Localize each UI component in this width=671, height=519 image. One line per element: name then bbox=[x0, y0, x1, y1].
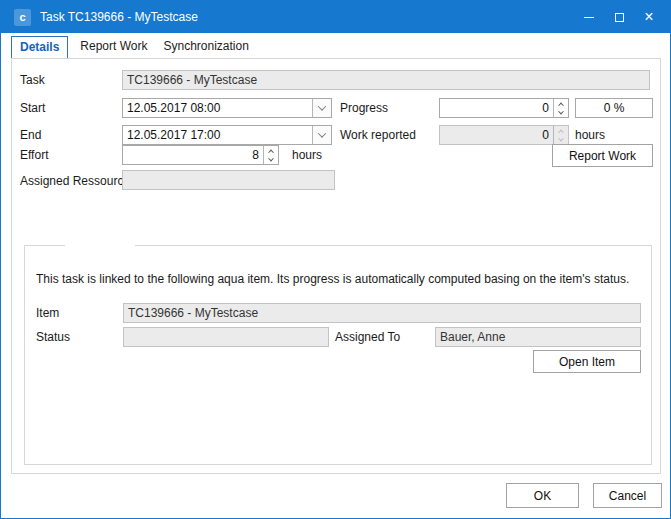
start-datetime-input[interactable] bbox=[123, 99, 312, 117]
effort-spin-down[interactable] bbox=[264, 155, 278, 164]
effort-label: Effort bbox=[20, 145, 48, 165]
tab-bar: Details Report Work Synchronization bbox=[11, 36, 257, 59]
window-controls: × bbox=[574, 1, 664, 33]
chevron-down-icon bbox=[318, 102, 326, 110]
start-datetime-combo bbox=[122, 98, 332, 118]
progress-input[interactable] bbox=[440, 99, 553, 117]
effort-unit-label: hours bbox=[292, 145, 322, 165]
progress-percent-readout: 0 % bbox=[575, 98, 653, 118]
end-datetime-input[interactable] bbox=[123, 126, 312, 144]
effort-input[interactable] bbox=[123, 146, 263, 164]
tab-details[interactable]: Details bbox=[11, 36, 68, 59]
task-dialog-window: c Task TC139666 - MyTestcase × Details R… bbox=[0, 0, 671, 519]
minimize-icon bbox=[584, 17, 594, 18]
end-label: End bbox=[20, 125, 41, 145]
assigned-to-field bbox=[435, 327, 641, 347]
effort-spin-buttons bbox=[263, 146, 278, 164]
linked-item-groupbox: This task is linked to the following aqu… bbox=[24, 245, 652, 465]
status-field bbox=[123, 327, 329, 347]
tab-synchronization[interactable]: Synchronization bbox=[156, 36, 257, 59]
status-label: Status bbox=[36, 327, 70, 347]
start-label: Start bbox=[20, 98, 45, 118]
progress-label: Progress bbox=[340, 98, 388, 118]
close-icon: × bbox=[644, 9, 653, 25]
work-reported-unit-label: hours bbox=[575, 125, 605, 145]
tab-report-work[interactable]: Report Work bbox=[72, 36, 155, 59]
task-field bbox=[122, 70, 650, 90]
progress-spin-down[interactable] bbox=[554, 108, 568, 117]
maximize-button[interactable] bbox=[604, 1, 634, 33]
groupbox-caption-gap bbox=[65, 245, 135, 246]
chevron-down-icon bbox=[558, 135, 564, 141]
work-reported-spin-up bbox=[554, 126, 568, 135]
chevron-down-icon bbox=[268, 155, 274, 161]
work-reported-input bbox=[440, 126, 553, 144]
end-dropdown-button[interactable] bbox=[312, 126, 331, 144]
progress-spin-buttons bbox=[553, 99, 568, 117]
open-item-button[interactable]: Open Item bbox=[533, 350, 641, 373]
work-reported-spin-buttons bbox=[553, 126, 568, 144]
assigned-ressource-field bbox=[122, 170, 335, 190]
task-label: Task bbox=[20, 70, 45, 90]
item-field bbox=[123, 303, 641, 323]
chevron-down-icon bbox=[318, 129, 326, 137]
chevron-up-icon bbox=[558, 102, 564, 108]
item-label: Item bbox=[36, 303, 59, 323]
work-reported-label: Work reported bbox=[340, 125, 416, 145]
progress-spin-up[interactable] bbox=[554, 99, 568, 108]
maximize-icon bbox=[615, 13, 624, 22]
ok-button[interactable]: OK bbox=[506, 483, 579, 508]
chevron-up-icon bbox=[268, 149, 274, 155]
details-tab-page: Task Start Progress 0 % End Work reporte… bbox=[11, 58, 661, 474]
close-button[interactable]: × bbox=[634, 1, 664, 33]
linked-item-description: This task is linked to the following aqu… bbox=[36, 272, 641, 286]
app-icon: c bbox=[14, 9, 31, 26]
chevron-up-icon bbox=[558, 129, 564, 135]
minimize-button[interactable] bbox=[574, 1, 604, 33]
work-reported-spin-down bbox=[554, 135, 568, 144]
assigned-ressource-label: Assigned Ressource bbox=[20, 171, 130, 191]
report-work-button[interactable]: Report Work bbox=[552, 144, 653, 167]
effort-spinbox bbox=[122, 145, 279, 165]
window-title: Task TC139666 - MyTestcase bbox=[40, 10, 574, 24]
effort-spin-up[interactable] bbox=[264, 146, 278, 155]
start-dropdown-button[interactable] bbox=[312, 99, 331, 117]
end-datetime-combo bbox=[122, 125, 332, 145]
work-reported-spinbox bbox=[439, 125, 569, 145]
assigned-to-label: Assigned To bbox=[335, 327, 400, 347]
progress-spinbox bbox=[439, 98, 569, 118]
chevron-down-icon bbox=[558, 108, 564, 114]
titlebar: c Task TC139666 - MyTestcase × bbox=[1, 1, 670, 33]
cancel-button[interactable]: Cancel bbox=[593, 483, 662, 508]
